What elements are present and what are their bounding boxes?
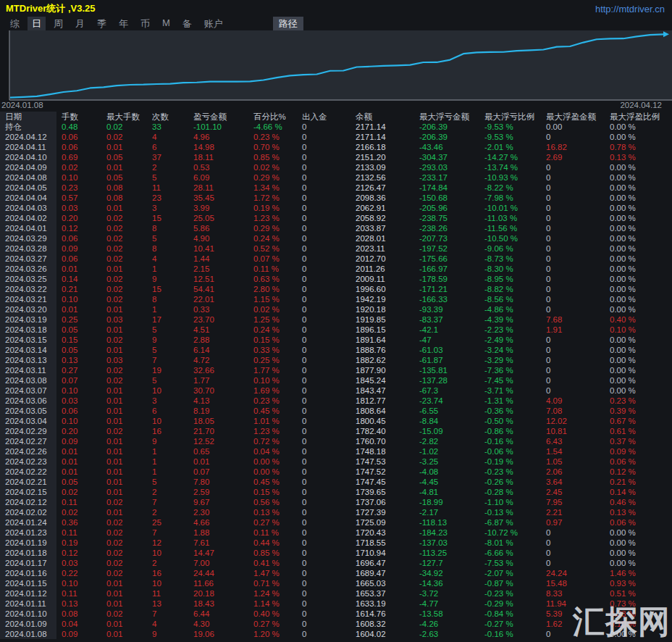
table-row[interactable]: 2024.03.150.150.0292.880.15 %01891.64-47… xyxy=(0,335,672,345)
cell-7: 2133.09 xyxy=(350,162,414,172)
table-row[interactable]: 2024.03.110.270.021932.661.77 %01877.90-… xyxy=(0,365,672,375)
table-row[interactable]: 2024.04.020.200.021525.051.23 %02058.92-… xyxy=(0,213,672,223)
table-row[interactable]: 2024.04.040.570.082335.451.72 %02098.36-… xyxy=(0,193,672,203)
path-button[interactable]: 路径 xyxy=(273,17,303,31)
cell-8: -18.99 xyxy=(414,497,479,507)
table-row[interactable]: 2024.04.110.060.01614.980.70 %02166.18-4… xyxy=(0,142,672,152)
table-row[interactable]: 2024.02.260.010.0110.650.04 %01748.18-1.… xyxy=(0,446,672,457)
table-row[interactable]: 2024.03.210.100.02822.011.15 %01942.19-1… xyxy=(0,294,672,304)
cell-3: 2 xyxy=(147,162,188,172)
table-row[interactable]: 2024.03.200.010.0110.330.02 %01920.18-93… xyxy=(0,304,672,314)
table-row[interactable]: 2024.03.220.210.021554.412.80 %01996.60-… xyxy=(0,284,672,294)
table-row[interactable]: 2024.01.100.080.0276.440.40 %01614.76-13… xyxy=(0,609,672,619)
cell-8: -304.37 xyxy=(414,152,479,162)
menu-item-4[interactable]: 季 xyxy=(93,17,111,31)
table-row[interactable]: 2024.02.120.110.0279.670.56 %01737.06-18… xyxy=(0,497,672,507)
table-row[interactable]: 2024.03.190.250.031723.701.25 %01919.85-… xyxy=(0,314,672,325)
column-header: 最大手数 xyxy=(101,112,147,122)
table-row[interactable]: 2024.01.110.130.011318.431.14 %01633.19-… xyxy=(0,599,672,609)
menu-item-1[interactable]: 日 xyxy=(28,17,46,31)
cell-4: 12.51 xyxy=(188,274,248,284)
cell-11: 0.73 % xyxy=(605,599,672,609)
menu-item-5[interactable]: 年 xyxy=(114,17,133,31)
table-row[interactable]: 2024.01.080.090.01919.061.20 %01604.02-2… xyxy=(0,629,672,639)
cell-5: 0.71 % xyxy=(248,578,297,588)
table-row[interactable]: 2024.02.270.090.01912.520.72 %01760.70-2… xyxy=(0,436,672,446)
cell-10: 15.48 xyxy=(541,578,605,588)
cell-11: 0.00 % xyxy=(605,213,672,223)
table-row[interactable]: 2024.04.090.020.0120.530.02 %02133.09-29… xyxy=(0,162,672,172)
table-row[interactable]: 2024.04.030.030.0133.990.19 %02062.91-20… xyxy=(0,203,672,213)
cell-4: 4.66 xyxy=(188,517,248,528)
cell-11: 0.00 % xyxy=(605,284,672,294)
table-row[interactable]: 2024.02.150.020.0122.590.15 %01739.65-4.… xyxy=(0,487,672,497)
cell-7: 1760.70 xyxy=(350,436,414,446)
app-url-link[interactable]: http://mtdriver.cn xyxy=(595,4,665,14)
cell-5: 0.02 % xyxy=(248,304,297,314)
menu-item-9[interactable]: 账户 xyxy=(200,17,227,31)
cell-0: 2024.03.28 xyxy=(0,243,56,254)
cell-3: 2 xyxy=(147,558,188,568)
table-row[interactable]: 2024.03.250.140.02912.510.63 %02009.11-1… xyxy=(0,274,672,284)
cell-4: 4.13 xyxy=(188,396,248,406)
table-row[interactable]: 2024.04.080.100.0556.090.29 %02132.56-23… xyxy=(0,172,672,183)
table-row[interactable]: 2024.03.270.060.0241.440.07 %02012.70-17… xyxy=(0,254,672,264)
menu-item-2[interactable]: 周 xyxy=(49,17,67,31)
table-row[interactable]: 2024.03.180.050.0154.510.24 %01896.15-42… xyxy=(0,325,672,335)
table-row[interactable]: 2024.03.140.050.0156.140.33 %01888.76-61… xyxy=(0,345,672,355)
cell-9: -0.16 % xyxy=(479,629,541,639)
cell-5: 0.29 % xyxy=(248,223,297,233)
table-row[interactable]: 2024.01.190.190.02127.610.44 %01718.55-1… xyxy=(0,538,672,548)
cell-8: -238.26 xyxy=(414,223,479,233)
cell-1: 0.06 xyxy=(56,406,101,416)
table-row[interactable]: 2024.01.160.220.021624.441.47 %01689.47-… xyxy=(0,568,672,578)
table-row[interactable]: 2024.03.290.060.0254.900.24 %02028.01-20… xyxy=(0,233,672,243)
cell-8: -166.33 xyxy=(414,294,479,304)
table-row[interactable]: 2024.03.080.070.0251.770.10 %01845.24-13… xyxy=(0,375,672,385)
table-row[interactable]: 2024.03.050.060.0168.190.45 %01808.64-6.… xyxy=(0,406,672,416)
table-row[interactable]: 2024.03.130.130.0374.720.25 %01882.62-61… xyxy=(0,355,672,365)
table-row[interactable]: 2024.01.240.360.02254.660.27 %01725.09-1… xyxy=(0,517,672,528)
cell-7: 2011.26 xyxy=(350,264,414,274)
table-row[interactable]: 2024.04.010.120.0285.860.29 %02033.87-23… xyxy=(0,223,672,233)
cell-7: 1891.64 xyxy=(350,335,414,345)
menu-item-0[interactable]: 综 xyxy=(6,17,24,31)
table-row[interactable]: 2024.03.060.030.0134.130.23 %01812.77-23… xyxy=(0,396,672,406)
table-row[interactable]: 2024.02.290.200.021621.701.23 %01782.40-… xyxy=(0,426,672,436)
table-row[interactable]: 2024.02.210.050.0157.800.45 %01747.45-4.… xyxy=(0,477,672,487)
menu-item-3[interactable]: 月 xyxy=(71,17,89,31)
menu-item-6[interactable]: 币 xyxy=(136,17,154,31)
table-row[interactable]: 2024.01.230.110.0271.880.11 %01720.43-18… xyxy=(0,528,672,538)
cell-1: 0.69 xyxy=(56,152,101,162)
table-row[interactable]: 持仓0.480.0233-101.10-4.66 %02171.14-206.3… xyxy=(0,122,672,132)
cell-10: 24.24 xyxy=(541,568,605,578)
table-row[interactable]: 2024.01.120.110.011120.181.24 %01653.37-… xyxy=(0,588,672,599)
cell-9: -8.95 % xyxy=(479,274,541,284)
cell-9: -0.29 % xyxy=(479,599,541,609)
cell-0: 2024.02.23 xyxy=(0,457,56,467)
table-row[interactable]: 2024.02.230.010.0110.010.00 %01747.53-3.… xyxy=(0,457,672,467)
table-row[interactable]: 2024.04.120.060.0244.960.23 %02171.14-20… xyxy=(0,132,672,142)
column-header: 手数 xyxy=(56,112,101,122)
table-row[interactable]: 2024.01.090.040.0144.300.27 %01608.32-4.… xyxy=(0,619,672,629)
table-row[interactable]: 2024.03.280.090.02810.410.52 %02023.11-1… xyxy=(0,243,672,254)
menu-item-7[interactable]: M xyxy=(158,17,175,31)
table-body: 持仓0.480.0233-101.10-4.66 %02171.14-206.3… xyxy=(0,122,672,639)
cell-3: 10 xyxy=(147,578,188,588)
table-row[interactable]: 2024.04.100.690.053718.110.85 %02151.20-… xyxy=(0,152,672,162)
table-row[interactable]: 2024.03.070.100.011030.701.69 %01843.47-… xyxy=(0,385,672,396)
table-row[interactable]: 2024.01.150.100.011011.660.71 %01665.03-… xyxy=(0,578,672,588)
table-row[interactable]: 2024.03.260.010.0112.150.11 %02011.26-16… xyxy=(0,264,672,274)
table-row[interactable]: 2024.01.180.120.021014.470.85 %01710.94-… xyxy=(0,548,672,558)
cell-11: 0.00 % xyxy=(605,365,672,375)
table-row[interactable]: 2024.04.050.230.081128.111.34 %02126.47-… xyxy=(0,183,672,193)
cell-6: 0 xyxy=(297,294,350,304)
cell-2: 0.02 xyxy=(101,426,147,436)
table-row[interactable]: 2024.01.170.030.0227.000.41 %01696.47-12… xyxy=(0,558,672,568)
menu-item-8[interactable]: 备 xyxy=(178,17,196,31)
table-row[interactable]: 2024.02.020.020.0122.300.13 %01727.39-2.… xyxy=(0,507,672,517)
table-row[interactable]: 2024.02.220.010.0110.070.00 %01747.52-4.… xyxy=(0,467,672,477)
table-row[interactable]: 2024.03.040.100.011018.051.01 %01800.45-… xyxy=(0,416,672,426)
column-header: 次数 xyxy=(147,112,188,122)
cell-8: -13.58 xyxy=(414,609,479,619)
